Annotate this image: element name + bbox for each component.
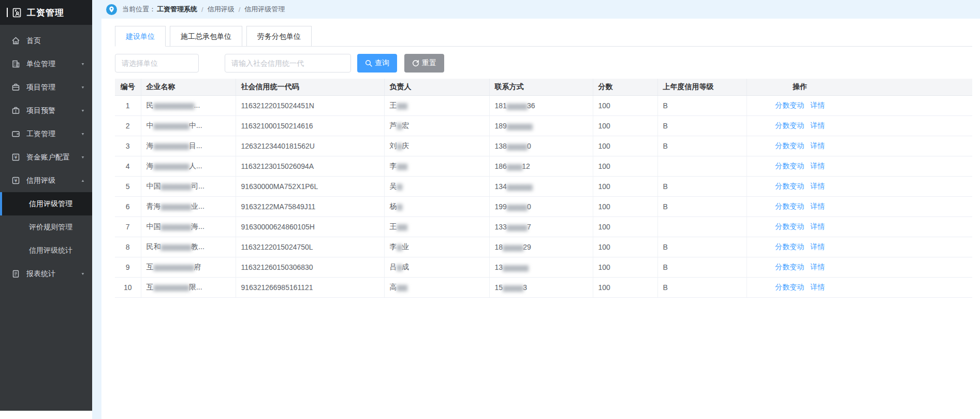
sidebar-item-home[interactable]: 首页	[0, 29, 92, 52]
cell-credit-code: 916321266985161121	[236, 277, 384, 297]
cell-company-name: 互▆▆▆▆▆▆▆▆府	[141, 257, 236, 277]
visible-text: 36	[527, 102, 535, 110]
table-row: 2中▆▆▆▆▆▆▆中...116321000150214616芦▆宏189▆▆▆…	[115, 115, 972, 136]
cell-actions: 分数变动详情	[747, 176, 853, 196]
sidebar-item-label: 项目预警	[26, 106, 78, 115]
visible-text: 3	[523, 283, 527, 292]
visible-text: 互	[147, 263, 154, 271]
table-body: 1民▆▆▆▆▆▆▆▆...11632122015024451N王▆▆181▆▆▆…	[115, 95, 972, 297]
cell-credit-code: 116321000150214616	[236, 115, 384, 136]
visible-text: 13	[495, 263, 503, 271]
sidebar-item-label: 报表统计	[26, 269, 78, 279]
sidebar-nav: 首页单位管理▼项目管理▼项目预警▼工资管理▼¥资金账户配置▼¥信用评级▲信用评级…	[0, 25, 92, 285]
visible-text: 0	[527, 203, 531, 211]
cell-person: 吴▆	[384, 176, 489, 196]
sidebar-item-project-warning[interactable]: 项目预警▼	[0, 99, 92, 122]
search-button-label: 查询	[375, 59, 389, 68]
cell-company-name: 民▆▆▆▆▆▆▆▆...	[141, 95, 236, 115]
refresh-icon	[412, 60, 419, 67]
redacted-text: ▆▆▆▆▆	[503, 263, 528, 271]
table-row: 7中国▆▆▆▆▆▆海...91630000624860105H王▆▆133▆▆▆…	[115, 216, 972, 237]
breadcrumb-root[interactable]: 工资管理系统	[157, 5, 197, 14]
sidebar-item-fund-account-config[interactable]: ¥资金账户配置▼	[0, 146, 92, 169]
cell-filler	[853, 115, 972, 136]
cell-company-name: 民和▆▆▆▆▆▆教...	[141, 237, 236, 257]
table-row: 1民▆▆▆▆▆▆▆▆...11632122015024451N王▆▆181▆▆▆…	[115, 95, 972, 115]
detail-link[interactable]: 详情	[810, 141, 825, 150]
sidebar-subitem-credit-rating-statistics[interactable]: 信用评级统计	[0, 239, 92, 262]
breadcrumb-item-credit-rating-management[interactable]: 信用评级管理	[244, 5, 285, 14]
table-header: 编号企业名称社会信用统一代码负责人联系方式分数上年度信用等级操作	[115, 79, 972, 95]
detail-link[interactable]: 详情	[810, 202, 825, 210]
detail-link[interactable]: 详情	[810, 263, 825, 271]
sidebar-item-salary-management[interactable]: 工资管理▼	[0, 122, 92, 146]
cell-grade: B	[657, 196, 747, 216]
tab-general-contractor-unit[interactable]: 施工总承包单位	[170, 26, 242, 46]
score-change-link[interactable]: 分数变动	[775, 121, 804, 129]
cell-score: 100	[593, 216, 657, 237]
score-change-link[interactable]: 分数变动	[775, 202, 804, 210]
redacted-text: ▆	[397, 242, 402, 251]
detail-link[interactable]: 详情	[810, 182, 825, 190]
visible-text: 199	[495, 203, 507, 211]
content-panel: 建设单位施工总承包单位劳务分包单位 查询	[101, 19, 980, 419]
visible-text: 王	[390, 222, 397, 230]
cell-company-name: 中国▆▆▆▆▆▆司...	[141, 176, 236, 196]
cell-actions: 分数变动详情	[747, 277, 853, 297]
visible-text: 中...	[189, 121, 202, 129]
tab-construction-unit[interactable]: 建设单位	[115, 26, 166, 47]
sidebar-item-label: 单位管理	[26, 60, 78, 69]
detail-link[interactable]: 详情	[810, 242, 825, 251]
score-change-link[interactable]: 分数变动	[775, 242, 804, 251]
tab-labor-subcontract-unit[interactable]: 劳务分包单位	[246, 26, 312, 46]
visible-text: 民	[147, 101, 154, 109]
cell-grade: B	[657, 136, 747, 156]
app-title: 工资管理	[27, 7, 64, 19]
visible-text: 成	[402, 263, 409, 271]
redacted-text: ▆▆	[397, 162, 407, 170]
chevron-down-icon: ▼	[81, 62, 85, 66]
cell-actions: 分数变动详情	[747, 237, 853, 257]
breadcrumb-separator: /	[239, 6, 241, 13]
detail-link[interactable]: 详情	[810, 101, 825, 109]
cell-filler	[853, 216, 972, 237]
cell-no: 1	[115, 95, 141, 115]
cell-filler	[853, 237, 972, 257]
detail-link[interactable]: 详情	[810, 162, 825, 170]
sidebar: 工资管理 首页单位管理▼项目管理▼项目预警▼工资管理▼¥资金账户配置▼¥信用评级…	[0, 0, 92, 419]
cell-filler	[853, 196, 972, 216]
app-logo: 工资管理	[0, 0, 92, 25]
score-change-link[interactable]: 分数变动	[775, 141, 804, 150]
redacted-text: ▆	[397, 202, 402, 210]
sidebar-item-credit-rating[interactable]: ¥信用评级▲	[0, 169, 92, 192]
detail-link[interactable]: 详情	[810, 283, 825, 291]
chevron-down-icon: ▼	[81, 272, 85, 276]
unit-select[interactable]	[115, 54, 199, 73]
visible-text: 7	[527, 223, 531, 231]
sidebar-subitem-evaluation-rule-management[interactable]: 评价规则管理	[0, 215, 92, 239]
search-button[interactable]: 查询	[357, 54, 397, 73]
sidebar-item-report-statistics[interactable]: 报表统计▼	[0, 262, 92, 285]
score-change-link[interactable]: 分数变动	[775, 222, 804, 230]
score-change-link[interactable]: 分数变动	[775, 101, 804, 109]
score-change-link[interactable]: 分数变动	[775, 283, 804, 291]
visible-text: 庆	[402, 141, 409, 150]
visible-text: 海	[147, 141, 154, 150]
table-row: 9互▆▆▆▆▆▆▆▆府116321260150306830吕▆成13▆▆▆▆▆1…	[115, 257, 972, 277]
sidebar-subitem-credit-rating-management[interactable]: 信用评级管理	[0, 192, 92, 215]
reset-button-label: 重置	[422, 59, 436, 68]
score-change-link[interactable]: 分数变动	[775, 263, 804, 271]
score-change-link[interactable]: 分数变动	[775, 182, 804, 190]
score-change-link[interactable]: 分数变动	[775, 162, 804, 170]
reset-button[interactable]: 重置	[404, 54, 444, 73]
sidebar-item-project-management[interactable]: 项目管理▼	[0, 76, 92, 99]
cell-filler	[853, 257, 972, 277]
breadcrumb-item-credit-rating[interactable]: 信用评级	[208, 5, 235, 14]
cell-person: 李▆▆	[384, 156, 489, 176]
credit-code-input[interactable]	[225, 54, 351, 73]
sidebar-item-unit-management[interactable]: 单位管理▼	[0, 52, 92, 76]
detail-link[interactable]: 详情	[810, 222, 825, 230]
cell-company-name: 青海▆▆▆▆▆▆业...	[141, 196, 236, 216]
detail-link[interactable]: 详情	[810, 121, 825, 129]
breadcrumb-separator: /	[201, 6, 203, 13]
